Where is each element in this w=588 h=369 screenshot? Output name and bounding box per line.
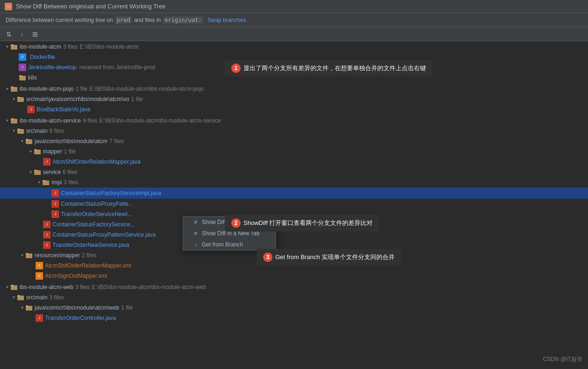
atcmshifxml-label: AtcmShifOrderRelationMapper.xml [45, 261, 132, 270]
chevron-service-icon: ▾ [4, 117, 10, 124]
webjava-folder-icon [25, 304, 33, 311]
chevron-impl-icon: ▾ [36, 179, 42, 186]
module-label: ibs-module-atcm [20, 42, 61, 51]
get-from-branch-label: Get from Branch [202, 241, 243, 248]
chevron-web-icon: ▾ [4, 284, 10, 290]
resmapper-folder-icon [25, 252, 33, 259]
title-bar-icon: ↔ [5, 3, 12, 10]
svg-rect-9 [11, 118, 14, 120]
callout3-text: Get from Branch 实现单个文件分支间的合并 [275, 253, 395, 260]
svg-rect-3 [19, 75, 22, 77]
circle-1: 1 [231, 64, 241, 73]
callout-2: 2ShowDiff 打开窗口查看两个分支文件的差异比对 [225, 215, 379, 232]
containerstatusfs-label: ContainerStatusFactoryServiceImpl.java [61, 188, 161, 198]
svg-rect-7 [17, 97, 20, 98]
diff-info-bar: Difference between current working tree … [0, 13, 588, 27]
callout-3: 3Get from Branch 实现单个文件分支间的合并 [257, 249, 401, 266]
swap-branches-link[interactable]: Swap branches [207, 17, 246, 23]
transferorderctrl-row[interactable]: J TransferOrderController.java [0, 313, 588, 323]
atcmshifxml-icon: X [36, 262, 43, 269]
chevron-resmapper-icon: ▾ [19, 252, 25, 259]
show-diff-label: Show Diff [202, 219, 226, 225]
containersf2-label: ContainerStatusFactoryService... [52, 220, 135, 229]
chevron-websrcmain-icon: ▾ [10, 294, 17, 301]
tree-area: ▾ ibs-module-atcm 3 files E:\IBS\ibs-mod… [0, 41, 588, 369]
web-folder-icon [10, 283, 18, 291]
transferordernew-label: TransferOrderNewService.java [52, 240, 129, 250]
watermark: CSDN @IT超哥 [543, 355, 582, 363]
web-srcmain-label: src\main [26, 293, 47, 302]
transferorderctrl-icon: J [36, 314, 43, 322]
impl-folder-row[interactable]: ▾ impl 3 files [0, 177, 588, 188]
atcmsignout-icon: X [36, 272, 43, 280]
containerstatuspy-row[interactable]: J ContainerStatusProxyPatte... [0, 199, 588, 209]
impl-label: impl [51, 178, 62, 187]
srcmain-folder-icon [17, 127, 24, 135]
mapper-folder-row[interactable]: ▾ mapper 1 file [0, 146, 588, 157]
atcmsignout-row[interactable]: X AtcmSignOutMapper.xml [0, 271, 588, 281]
containerstatusfs-row[interactable]: J ContainerStatusFactoryServiceImpl.java [0, 188, 588, 198]
transferorder-label: TransferOrderServiceNewI... [61, 210, 132, 219]
containerproxy-icon: J [43, 231, 51, 239]
download-btn[interactable]: ↓ [17, 29, 27, 39]
boxbackstatevo-label: BoxBackStateVo.java [37, 105, 90, 114]
branch2-code: origin/uat: [163, 16, 204, 24]
svg-rect-5 [11, 87, 14, 88]
containerstatusfs-item: J ContainerStatusFactoryServiceImpl.java [0, 188, 588, 199]
jenkinsfile-label: Jenkinsfile-develop [28, 63, 76, 72]
atcmsignout-label: AtcmSignOutMapper.xml [45, 271, 107, 281]
service-module-label: ibs-module-atcm-service [20, 116, 81, 125]
resmapper-label: resources\mapper [35, 251, 80, 260]
svg-rect-19 [43, 180, 45, 181]
atcmshif-label: AtcmShifOrderRelationMapper.java [52, 157, 140, 166]
k8s-folder-icon [19, 74, 26, 81]
svg-rect-13 [26, 139, 29, 140]
web-java-row[interactable]: ▾ java\com\crt\ibs\module\atcm\web 1 fil… [0, 303, 588, 313]
module-service-row[interactable]: ▾ ibs-module-atcm-service 9 files E:\IBS… [0, 116, 588, 126]
circle-3: 3 [263, 253, 272, 262]
web-srcmain-row[interactable]: ▾ src\main 3 files [0, 292, 588, 303]
svg-rect-21 [26, 253, 29, 254]
module-ibs-module-atcm-row[interactable]: ▾ ibs-module-atcm 3 files E:\IBS\ibs-mod… [0, 42, 588, 52]
svg-rect-17 [34, 170, 37, 171]
web-module-label: ibs-module-atcm-web [20, 282, 74, 292]
pojo-folder-icon [10, 85, 18, 93]
atcmshif-java-icon: J [43, 158, 51, 166]
branch1-code: prod [115, 16, 132, 24]
folder-icon [10, 43, 18, 51]
mapper-label: mapper [43, 147, 62, 156]
transferorderctrl-label: TransferOrderController.java [45, 313, 116, 323]
rename-text: - renamed from Jenkinsfile-prod [76, 63, 155, 72]
transferordernew-icon: J [43, 241, 51, 249]
containerstatuspy-label: ContainerStatusProxyPatte... [61, 199, 133, 209]
module-web-row[interactable]: ▾ ibs-module-atcm-web 3 files E:\IBS\ibs… [0, 282, 588, 292]
java-file-icon: J [27, 106, 35, 113]
service-folder-row[interactable]: ▾ service 6 files [0, 167, 588, 177]
svg-rect-11 [17, 129, 20, 130]
src-vo-label: src\main\java\com\crt\ibs\module\atcm\vo [26, 94, 129, 104]
java-atcm-row[interactable]: ▾ java\com\crt\ibs\module\atcm 7 files [0, 136, 588, 146]
module-pojo: ▾ ibs-module-atcm-pojo 1 file E:\IBS\ibs… [0, 83, 588, 115]
diff-icon: ≠ [192, 219, 199, 225]
containerproxy-label: ContainerStatusProxyPatternService.java [52, 230, 156, 239]
mapper-folder-icon [34, 148, 41, 155]
diff-tab-icon: ≠ [192, 230, 199, 237]
svg-rect-15 [34, 149, 37, 151]
chevron-pojo-icon: ▾ [4, 86, 10, 92]
impl-folder-icon [42, 179, 50, 186]
circle-2: 2 [231, 218, 241, 228]
expand-collapse-btn[interactable]: ⇅ [4, 29, 14, 39]
atcmshif-row[interactable]: J AtcmShifOrderRelationMapper.java [0, 157, 588, 167]
module-pojo-row[interactable]: ▾ ibs-module-atcm-pojo 1 file E:\IBS\ibs… [0, 84, 588, 94]
chevron-srcmain-icon: ▾ [10, 128, 17, 134]
chevron-vo-icon: ▾ [10, 96, 17, 102]
service-folder-label: service [43, 167, 61, 177]
layout-btn[interactable]: ⊞ [30, 29, 40, 39]
srcmain-label: src\main [26, 126, 47, 136]
src-vo-row[interactable]: ▾ src\main\java\com\crt\ibs\module\atcm\… [0, 94, 588, 104]
web-java-label: java\com\crt\ibs\module\atcm\web [35, 303, 119, 312]
srcmain-row[interactable]: ▾ src\main 9 files [0, 126, 588, 136]
svg-rect-1 [11, 44, 14, 46]
boxbackstatevo-row[interactable]: J BoxBackStateVo.java [0, 104, 588, 115]
title-bar-title: Show Diff Between origin/uat and Current… [16, 3, 166, 10]
